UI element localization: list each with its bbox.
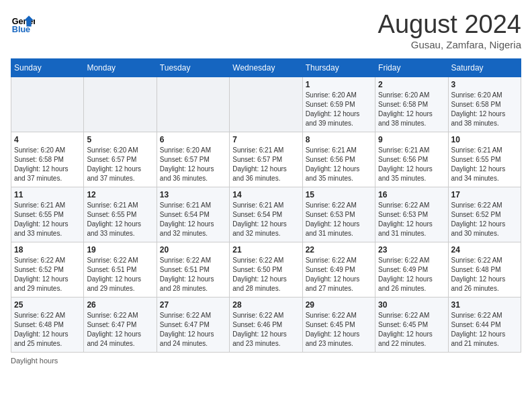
day-info: Sunrise: 6:22 AMSunset: 6:47 PMDaylight:… <box>87 311 153 349</box>
day-info: Sunrise: 6:21 AMSunset: 6:57 PMDaylight:… <box>232 146 299 183</box>
day-number: 8 <box>306 135 372 144</box>
calendar-cell: 7Sunrise: 6:21 AMSunset: 6:57 PMDaylight… <box>230 132 302 187</box>
day-number: 31 <box>451 300 518 310</box>
calendar-cell: 20Sunrise: 6:22 AMSunset: 6:51 PMDayligh… <box>157 242 229 297</box>
day-number: 1 <box>306 80 372 89</box>
day-number: 11 <box>14 190 81 199</box>
logo-icon: General Blue <box>11 11 35 35</box>
day-number: 21 <box>232 245 299 255</box>
weekday-header: Friday <box>375 58 448 77</box>
calendar-week-row: 25Sunrise: 6:22 AMSunset: 6:48 PMDayligh… <box>11 297 521 352</box>
day-info: Sunrise: 6:22 AMSunset: 6:52 PMDaylight:… <box>14 256 81 293</box>
calendar-cell: 12Sunrise: 6:21 AMSunset: 6:55 PMDayligh… <box>84 187 157 242</box>
month-title: August 2024 <box>378 11 521 39</box>
day-info: Sunrise: 6:22 AMSunset: 6:51 PMDaylight:… <box>87 256 153 293</box>
calendar-cell: 8Sunrise: 6:21 AMSunset: 6:56 PMDaylight… <box>302 132 375 187</box>
calendar-cell: 14Sunrise: 6:21 AMSunset: 6:54 PMDayligh… <box>230 187 302 242</box>
calendar-cell: 17Sunrise: 6:22 AMSunset: 6:52 PMDayligh… <box>448 187 521 242</box>
footer: Daylight hours <box>11 357 521 365</box>
calendar-cell: 21Sunrise: 6:22 AMSunset: 6:50 PMDayligh… <box>230 242 302 297</box>
day-number: 3 <box>451 80 518 89</box>
calendar-cell: 2Sunrise: 6:20 AMSunset: 6:58 PMDaylight… <box>375 77 448 132</box>
day-info: Sunrise: 6:22 AMSunset: 6:49 PMDaylight:… <box>306 256 372 293</box>
calendar-cell: 13Sunrise: 6:21 AMSunset: 6:54 PMDayligh… <box>157 187 229 242</box>
calendar-cell: 6Sunrise: 6:20 AMSunset: 6:57 PMDaylight… <box>157 132 229 187</box>
day-number: 28 <box>232 300 299 310</box>
day-number: 15 <box>306 190 372 199</box>
calendar-cell: 23Sunrise: 6:22 AMSunset: 6:49 PMDayligh… <box>375 242 448 297</box>
calendar-cell <box>11 77 84 132</box>
day-info: Sunrise: 6:21 AMSunset: 6:55 PMDaylight:… <box>87 201 153 238</box>
day-number: 20 <box>160 245 226 255</box>
day-number: 22 <box>306 245 372 255</box>
day-info: Sunrise: 6:22 AMSunset: 6:45 PMDaylight:… <box>306 311 372 349</box>
calendar-week-row: 4Sunrise: 6:20 AMSunset: 6:58 PMDaylight… <box>11 132 521 187</box>
page-header: General Blue August 2024 Gusau, Zamfara,… <box>11 11 521 50</box>
day-number: 4 <box>14 135 81 144</box>
day-info: Sunrise: 6:22 AMSunset: 6:53 PMDaylight:… <box>306 201 372 238</box>
weekday-header: Monday <box>84 58 157 77</box>
day-info: Sunrise: 6:22 AMSunset: 6:53 PMDaylight:… <box>378 201 445 238</box>
calendar-table: SundayMondayTuesdayWednesdayThursdayFrid… <box>11 58 521 353</box>
day-number: 6 <box>160 135 226 144</box>
calendar-cell: 28Sunrise: 6:22 AMSunset: 6:46 PMDayligh… <box>230 297 302 352</box>
weekday-header: Thursday <box>302 58 375 77</box>
calendar-cell: 4Sunrise: 6:20 AMSunset: 6:58 PMDaylight… <box>11 132 84 187</box>
calendar-cell: 5Sunrise: 6:20 AMSunset: 6:57 PMDaylight… <box>84 132 157 187</box>
day-info: Sunrise: 6:20 AMSunset: 6:58 PMDaylight:… <box>14 146 81 183</box>
day-number: 7 <box>232 135 299 144</box>
day-info: Sunrise: 6:22 AMSunset: 6:45 PMDaylight:… <box>378 311 445 349</box>
day-info: Sunrise: 6:22 AMSunset: 6:51 PMDaylight:… <box>160 256 226 293</box>
day-number: 10 <box>451 135 518 144</box>
calendar-cell: 22Sunrise: 6:22 AMSunset: 6:49 PMDayligh… <box>302 242 375 297</box>
calendar-cell: 15Sunrise: 6:22 AMSunset: 6:53 PMDayligh… <box>302 187 375 242</box>
day-info: Sunrise: 6:22 AMSunset: 6:44 PMDaylight:… <box>451 311 518 349</box>
calendar-cell: 25Sunrise: 6:22 AMSunset: 6:48 PMDayligh… <box>11 297 84 352</box>
calendar-cell: 18Sunrise: 6:22 AMSunset: 6:52 PMDayligh… <box>11 242 84 297</box>
day-number: 23 <box>378 245 445 255</box>
calendar-cell: 27Sunrise: 6:22 AMSunset: 6:47 PMDayligh… <box>157 297 229 352</box>
day-number: 19 <box>87 245 153 255</box>
weekday-header: Sunday <box>11 58 84 77</box>
calendar-cell <box>157 77 229 132</box>
weekday-header: Tuesday <box>157 58 229 77</box>
calendar-cell <box>84 77 157 132</box>
day-number: 5 <box>87 135 153 144</box>
calendar-cell: 26Sunrise: 6:22 AMSunset: 6:47 PMDayligh… <box>84 297 157 352</box>
calendar-cell: 30Sunrise: 6:22 AMSunset: 6:45 PMDayligh… <box>375 297 448 352</box>
day-info: Sunrise: 6:22 AMSunset: 6:47 PMDaylight:… <box>160 311 226 349</box>
day-info: Sunrise: 6:22 AMSunset: 6:46 PMDaylight:… <box>232 311 299 349</box>
calendar-cell <box>230 77 302 132</box>
day-number: 27 <box>160 300 226 310</box>
day-number: 17 <box>451 190 518 199</box>
day-info: Sunrise: 6:20 AMSunset: 6:58 PMDaylight:… <box>378 91 445 128</box>
day-number: 29 <box>306 300 372 310</box>
weekday-header: Wednesday <box>230 58 302 77</box>
footer-label: Daylight hours <box>11 357 58 365</box>
day-info: Sunrise: 6:21 AMSunset: 6:56 PMDaylight:… <box>306 146 372 183</box>
calendar-cell: 19Sunrise: 6:22 AMSunset: 6:51 PMDayligh… <box>84 242 157 297</box>
day-info: Sunrise: 6:20 AMSunset: 6:57 PMDaylight:… <box>160 146 226 183</box>
day-info: Sunrise: 6:21 AMSunset: 6:55 PMDaylight:… <box>451 146 518 183</box>
day-number: 9 <box>378 135 445 144</box>
calendar-week-row: 18Sunrise: 6:22 AMSunset: 6:52 PMDayligh… <box>11 242 521 297</box>
day-info: Sunrise: 6:22 AMSunset: 6:52 PMDaylight:… <box>451 201 518 238</box>
day-info: Sunrise: 6:21 AMSunset: 6:55 PMDaylight:… <box>14 201 81 238</box>
day-info: Sunrise: 6:22 AMSunset: 6:49 PMDaylight:… <box>378 256 445 293</box>
day-info: Sunrise: 6:21 AMSunset: 6:56 PMDaylight:… <box>378 146 445 183</box>
day-info: Sunrise: 6:21 AMSunset: 6:54 PMDaylight:… <box>232 201 299 238</box>
weekday-header: Saturday <box>448 58 521 77</box>
calendar-week-row: 11Sunrise: 6:21 AMSunset: 6:55 PMDayligh… <box>11 187 521 242</box>
calendar-cell: 3Sunrise: 6:20 AMSunset: 6:58 PMDaylight… <box>448 77 521 132</box>
day-number: 14 <box>232 190 299 199</box>
day-info: Sunrise: 6:21 AMSunset: 6:54 PMDaylight:… <box>160 201 226 238</box>
logo: General Blue <box>11 11 35 35</box>
calendar-cell: 1Sunrise: 6:20 AMSunset: 6:59 PMDaylight… <box>302 77 375 132</box>
calendar-week-row: 1Sunrise: 6:20 AMSunset: 6:59 PMDaylight… <box>11 77 521 132</box>
day-number: 18 <box>14 245 81 255</box>
day-info: Sunrise: 6:22 AMSunset: 6:50 PMDaylight:… <box>232 256 299 293</box>
day-info: Sunrise: 6:20 AMSunset: 6:57 PMDaylight:… <box>87 146 153 183</box>
day-number: 13 <box>160 190 226 199</box>
day-number: 12 <box>87 190 153 199</box>
calendar-cell: 16Sunrise: 6:22 AMSunset: 6:53 PMDayligh… <box>375 187 448 242</box>
